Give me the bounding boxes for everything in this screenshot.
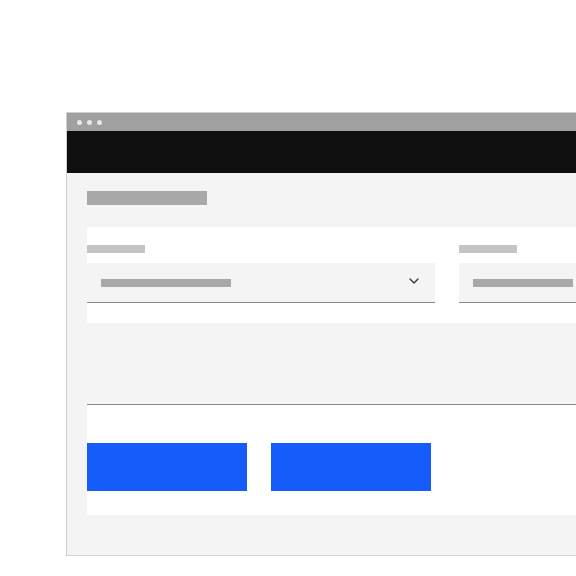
select-input[interactable]: [87, 263, 435, 303]
field-group-b: [459, 245, 576, 303]
button-row: [87, 443, 576, 491]
page-content: [67, 173, 576, 555]
form-card: [87, 227, 576, 515]
text-input[interactable]: [459, 263, 576, 303]
primary-button[interactable]: [87, 443, 247, 491]
window-control-dot[interactable]: [77, 120, 82, 125]
app-window: [66, 112, 576, 556]
select-value: [101, 279, 231, 287]
form-row: [87, 245, 576, 303]
app-header: [67, 131, 576, 173]
textarea-input[interactable]: [87, 323, 576, 405]
field-label: [459, 245, 517, 253]
chevron-down-icon: [407, 274, 421, 292]
window-control-dot[interactable]: [87, 120, 92, 125]
input-value: [473, 279, 573, 287]
field-group-a: [87, 245, 435, 303]
page-title: [87, 191, 207, 205]
window-titlebar: [67, 113, 576, 131]
secondary-button[interactable]: [271, 443, 431, 491]
field-label: [87, 245, 145, 253]
window-control-dot[interactable]: [97, 120, 102, 125]
